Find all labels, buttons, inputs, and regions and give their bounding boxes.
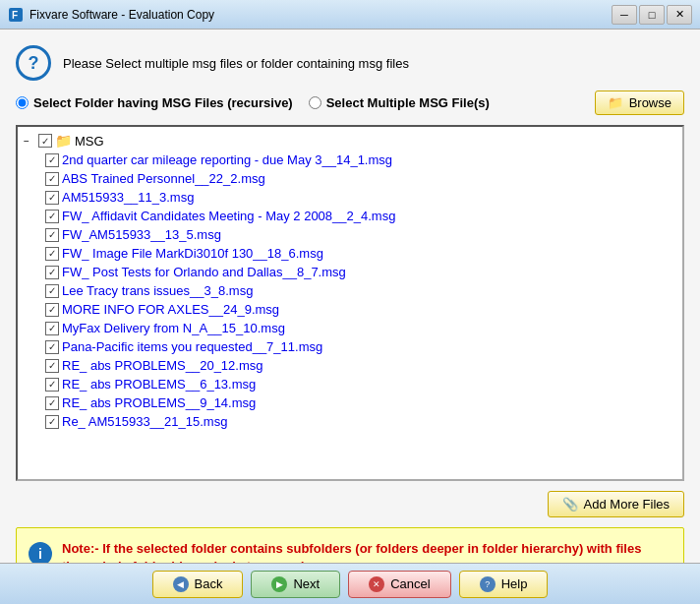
item-checkbox[interactable]: [45, 322, 59, 335]
item-checkbox[interactable]: [45, 266, 59, 279]
back-label: Back: [195, 576, 223, 591]
back-icon: ◀: [173, 576, 189, 592]
main-window: F Fixvare Software - Evaluation Copy ─ □…: [0, 0, 700, 604]
title-bar-controls: ─ □ ✕: [612, 5, 692, 25]
item-checkbox[interactable]: [45, 378, 59, 392]
bottom-bar: ◀ Back ▶ Next ✕ Cancel ? Help: [0, 563, 700, 604]
tree-item[interactable]: Lee Tracy trans issues__3_8.msg: [18, 281, 682, 300]
file-link[interactable]: ABS Trained Personnel__22_2.msg: [62, 171, 265, 186]
tree-item[interactable]: FW_ Affidavit Candidates Meeting - May 2…: [18, 207, 682, 225]
item-checkbox[interactable]: [45, 210, 59, 223]
back-button[interactable]: ◀ Back: [152, 571, 244, 598]
browse-label: Browse: [629, 95, 671, 110]
title-bar: F Fixvare Software - Evaluation Copy ─ □…: [0, 0, 700, 30]
file-link[interactable]: Pana-Pacific items you requested__7_11.m…: [62, 339, 322, 354]
tree-item[interactable]: MyFax Delivery from N_A__15_10.msg: [18, 319, 682, 337]
minimize-button[interactable]: ─: [612, 5, 637, 25]
help-icon: ?: [480, 576, 496, 592]
folder-icon: 📁: [55, 133, 72, 149]
item-checkbox[interactable]: [45, 303, 59, 317]
file-link[interactable]: FW_ Affidavit Candidates Meeting - May 2…: [62, 209, 395, 223]
tree-item[interactable]: FW_AM515933__13_5.msg: [18, 225, 682, 244]
header-text: Please Select multiple msg files or fold…: [63, 56, 409, 71]
item-checkbox[interactable]: [45, 172, 59, 186]
file-link[interactable]: RE_ abs PROBLEMS__9_14.msg: [62, 395, 256, 410]
maximize-button[interactable]: □: [639, 5, 665, 25]
tree-root[interactable]: − 📁 MSG: [18, 131, 682, 151]
item-checkbox[interactable]: [45, 228, 59, 242]
browse-button[interactable]: 📁 Browse: [595, 91, 684, 115]
item-checkbox[interactable]: [45, 415, 59, 429]
item-checkbox[interactable]: [45, 359, 59, 373]
main-content: ? Please Select multiple msg files or fo…: [0, 30, 700, 604]
tree-item[interactable]: Re_ AM515933__21_15.msg: [18, 412, 682, 431]
item-checkbox[interactable]: [45, 284, 59, 298]
root-checkbox[interactable]: [38, 134, 52, 148]
add-files-label: Add More Files: [584, 497, 670, 512]
file-link[interactable]: RE_ abs PROBLEMS__20_12.msg: [62, 358, 263, 373]
tree-item[interactable]: RE_ abs PROBLEMS__9_14.msg: [18, 393, 682, 412]
item-checkbox[interactable]: [45, 396, 59, 410]
file-tree-container[interactable]: − 📁 MSG 2nd quarter car mileage reportin…: [16, 125, 684, 481]
next-label: Next: [293, 576, 320, 591]
close-button[interactable]: ✕: [667, 5, 692, 25]
file-link[interactable]: AM515933__11_3.msg: [62, 190, 194, 205]
title-bar-text: Fixvare Software - Evaluation Copy: [29, 8, 612, 22]
header-row: ? Please Select multiple msg files or fo…: [16, 45, 684, 81]
tree-item[interactable]: ABS Trained Personnel__22_2.msg: [18, 169, 682, 188]
tree-item[interactable]: FW_ Image File MarkDi3010f 130__18_6.msg: [18, 244, 682, 263]
radio-folder-text: Select Folder having MSG Files (recursiv…: [33, 95, 293, 110]
radio-files-text: Select Multiple MSG File(s): [326, 95, 490, 110]
radio-folder[interactable]: [16, 96, 29, 109]
radio-files[interactable]: [309, 96, 321, 109]
cancel-label: Cancel: [390, 576, 430, 591]
file-link[interactable]: 2nd quarter car mileage reporting - due …: [62, 152, 392, 167]
file-link[interactable]: RE_ abs PROBLEMS__6_13.msg: [62, 377, 256, 392]
item-checkbox[interactable]: [45, 153, 59, 167]
root-label: MSG: [75, 134, 104, 149]
add-files-row: 📎 Add More Files: [16, 491, 684, 517]
tree-item[interactable]: RE_ abs PROBLEMS__6_13.msg: [18, 375, 682, 393]
help-button[interactable]: ? Help: [459, 571, 549, 598]
next-button[interactable]: ▶ Next: [251, 571, 340, 598]
tree-item[interactable]: RE_ abs PROBLEMS__20_12.msg: [18, 356, 682, 375]
add-files-icon: 📎: [562, 497, 578, 512]
tree-item[interactable]: AM515933__11_3.msg: [18, 188, 682, 207]
file-link[interactable]: Lee Tracy trans issues__3_8.msg: [62, 283, 253, 298]
cancel-button[interactable]: ✕ Cancel: [348, 571, 450, 598]
add-more-files-button[interactable]: 📎 Add More Files: [548, 491, 684, 517]
tree-item[interactable]: Pana-Pacific items you requested__7_11.m…: [18, 337, 682, 356]
tree-item[interactable]: MORE INFO FOR AXLES__24_9.msg: [18, 300, 682, 319]
radio-files-label[interactable]: Select Multiple MSG File(s): [309, 95, 490, 110]
file-link[interactable]: MyFax Delivery from N_A__15_10.msg: [62, 321, 285, 335]
svg-text:F: F: [12, 10, 18, 21]
collapse-icon[interactable]: −: [24, 136, 35, 147]
info-icon: ?: [16, 45, 51, 81]
radio-folder-label[interactable]: Select Folder having MSG Files (recursiv…: [16, 95, 293, 110]
item-checkbox[interactable]: [45, 247, 59, 261]
tree-item[interactable]: FW_ Post Tests for Orlando and Dallas__8…: [18, 263, 682, 281]
item-checkbox[interactable]: [45, 340, 59, 354]
app-icon: F: [8, 7, 24, 23]
help-label: Help: [501, 576, 528, 591]
next-icon: ▶: [271, 576, 287, 592]
file-link[interactable]: FW_ Post Tests for Orlando and Dallas__8…: [62, 265, 346, 279]
file-link[interactable]: FW_AM515933__13_5.msg: [62, 227, 221, 242]
browse-icon: 📁: [608, 95, 623, 110]
file-link[interactable]: MORE INFO FOR AXLES__24_9.msg: [62, 302, 279, 317]
file-tree: − 📁 MSG 2nd quarter car mileage reportin…: [18, 127, 682, 435]
cancel-icon: ✕: [369, 576, 384, 592]
file-link[interactable]: Re_ AM515933__21_15.msg: [62, 414, 227, 429]
tree-items: 2nd quarter car mileage reporting - due …: [18, 151, 682, 431]
item-checkbox[interactable]: [45, 191, 59, 205]
options-row: Select Folder having MSG Files (recursiv…: [16, 91, 684, 115]
tree-item[interactable]: 2nd quarter car mileage reporting - due …: [18, 151, 682, 169]
file-link[interactable]: FW_ Image File MarkDi3010f 130__18_6.msg: [62, 246, 323, 261]
